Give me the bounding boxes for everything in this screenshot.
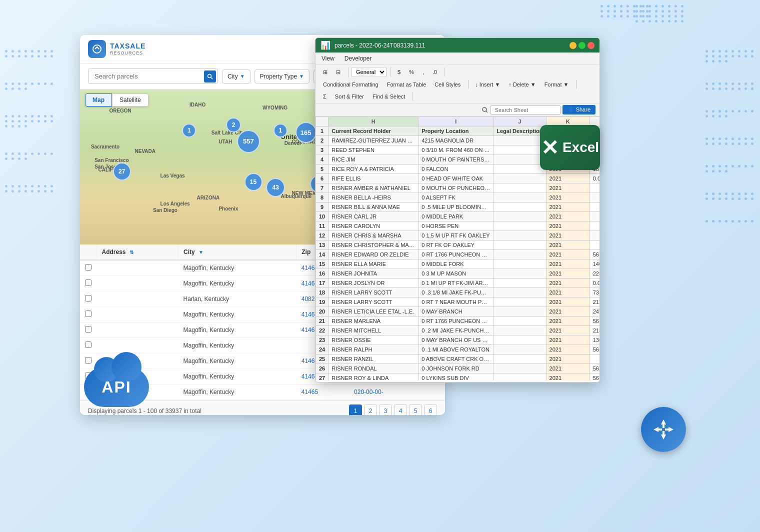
row-checkbox[interactable] xyxy=(85,342,92,348)
excel-cell-l[interactable]: 140.80 xyxy=(590,260,600,269)
excel-cell-j[interactable] xyxy=(494,354,546,364)
excel-cell-j[interactable] xyxy=(494,269,546,278)
excel-sum-btn[interactable]: Σ xyxy=(320,92,330,101)
excel-decimal-inc-btn[interactable]: .0 xyxy=(429,68,440,76)
cluster-1-top[interactable]: 1 xyxy=(182,124,196,138)
excel-cell-h[interactable]: RISNER ELLA MARIE xyxy=(328,260,418,269)
excel-cell-h[interactable]: RAMIREZ-GUTIERREZ JUAN MANUEL OR R xyxy=(328,136,418,146)
excel-cell-l[interactable] xyxy=(590,202,600,212)
cluster-1-mid[interactable]: 1 xyxy=(274,124,288,138)
excel-page-view-btn[interactable]: ⊟ xyxy=(332,68,344,77)
excel-cell-l[interactable] xyxy=(590,193,600,202)
excel-cell-l[interactable] xyxy=(590,212,600,222)
row-checkbox[interactable] xyxy=(85,264,92,270)
excel-percent-btn[interactable]: % xyxy=(406,68,418,76)
excel-cell-i[interactable]: 0 1 MI UP RT FK-JIM ARNETT xyxy=(418,278,494,288)
excel-cell-h[interactable]: RISNER CHRISTOPHER & MARSHA xyxy=(328,240,418,250)
excel-cell-i[interactable]: 0 .1 MI ABOVE ROYALTON xyxy=(418,345,494,354)
excel-cell-j[interactable] xyxy=(494,364,546,374)
excel-th-j[interactable]: J xyxy=(494,117,546,126)
row-checkbox[interactable] xyxy=(85,357,92,364)
excel-cell-l[interactable]: 56.44 xyxy=(590,345,600,354)
excel-insert-btn[interactable]: ↓ Insert ▼ xyxy=(472,80,504,89)
excel-cell-h[interactable]: RICE ROY A & PATRICIA xyxy=(328,164,418,174)
excel-cell-i[interactable]: 0 ABOVE CRAFT CRK ON 30 xyxy=(418,354,494,364)
excel-cell-h[interactable]: RISNER CARL JR xyxy=(328,212,418,222)
excel-th-i[interactable]: I xyxy=(418,117,494,126)
excel-cell-i[interactable]: 0 HORSE PEN xyxy=(418,222,494,231)
excel-cell-l[interactable]: 56.44 xyxy=(590,374,600,381)
excel-cell-h[interactable]: RISNER JOSLYN OR xyxy=(328,278,418,288)
excel-cell-i[interactable]: 0 1.5 M UP RT FK OAKLEY xyxy=(418,231,494,240)
excel-cell-i[interactable]: 0 RT 1766 PUNCHEON CR RD xyxy=(418,250,494,260)
excel-cell-k[interactable]: 2021 xyxy=(546,336,590,345)
excel-cell-j[interactable] xyxy=(494,307,546,316)
excel-cell-j[interactable] xyxy=(494,164,546,174)
satellite-view-btn[interactable]: Satellite xyxy=(112,94,148,106)
excel-cell-j[interactable] xyxy=(494,240,546,250)
excel-normal-view-btn[interactable]: ⊞ xyxy=(320,68,331,77)
page-btn-4[interactable]: 4 xyxy=(394,404,407,415)
excel-cell-k[interactable]: 2021 xyxy=(546,260,590,269)
excel-cell-k[interactable]: 2021 xyxy=(546,222,590,231)
page-btn-3[interactable]: 3 xyxy=(379,404,392,415)
excel-cell-l[interactable]: 56.16 xyxy=(590,364,600,374)
page-btn-6[interactable]: 6 xyxy=(424,404,437,415)
excel-cell-i[interactable]: 0 RT FK OF OAKLEY xyxy=(418,240,494,250)
excel-th-h[interactable]: H xyxy=(328,117,418,126)
excel-cell-h[interactable]: RICE JIM xyxy=(328,155,418,164)
excel-cell-l[interactable]: 73.89 xyxy=(590,288,600,298)
excel-cell-h[interactable]: RISNER JOHNITA xyxy=(328,269,418,278)
excel-cell-i[interactable]: 0 3/10 M. FROM 460 ON 134 xyxy=(418,146,494,155)
excel-format-btn[interactable]: Format ▼ xyxy=(541,80,572,89)
excel-cell-k[interactable]: 2021 xyxy=(546,174,590,184)
excel-cell-h[interactable]: RISNER LARRY SCOTT xyxy=(328,288,418,298)
excel-cell-i[interactable]: 0 MOUTH OF PAINTERS LICK 00000 xyxy=(418,155,494,164)
excel-cell-l[interactable] xyxy=(590,354,600,364)
excel-cell-k[interactable]: 2021 xyxy=(546,316,590,326)
excel-cell-j[interactable] xyxy=(494,184,546,193)
cluster-15[interactable]: 15 xyxy=(244,173,262,191)
excel-cell-j[interactable] xyxy=(494,193,546,202)
page-btn-2[interactable]: 2 xyxy=(364,404,377,415)
excel-cell-h[interactable]: RISNER MARLENA xyxy=(328,316,418,326)
excel-cell-i[interactable]: 0 LYKINS SUB DIV xyxy=(418,374,494,381)
excel-comma-btn[interactable]: , xyxy=(419,68,428,76)
excel-cell-i[interactable]: 0 .2 MI JAKE FK-PUNCHEON 00000 xyxy=(418,326,494,336)
row-checkbox[interactable] xyxy=(85,326,92,332)
excel-cell-k[interactable]: 2021 xyxy=(546,231,590,240)
excel-cell-j[interactable] xyxy=(494,260,546,269)
excel-cell-j[interactable] xyxy=(494,212,546,222)
excel-cell-h[interactable]: Current Record Holder xyxy=(328,126,418,136)
excel-share-button[interactable]: 👤 Share xyxy=(562,105,596,114)
excel-cell-k[interactable]: 2021 xyxy=(546,288,590,298)
excel-cell-styles-btn[interactable]: Cell Styles xyxy=(431,80,464,89)
excel-cell-j[interactable] xyxy=(494,316,546,326)
excel-cell-i[interactable]: 0 3 M UP MASON xyxy=(418,269,494,278)
excel-cell-j[interactable] xyxy=(494,146,546,155)
excel-menu-view[interactable]: View xyxy=(320,54,336,63)
excel-cell-l[interactable] xyxy=(590,222,600,231)
excel-cell-j[interactable] xyxy=(494,202,546,212)
excel-cell-h[interactable]: RISNER CAROLYN xyxy=(328,222,418,231)
excel-maximize-btn[interactable] xyxy=(578,42,586,49)
excel-cell-l[interactable]: 247.34 xyxy=(590,307,600,316)
excel-cell-l[interactable] xyxy=(590,240,600,250)
excel-cell-j[interactable] xyxy=(494,336,546,345)
row-checkbox[interactable] xyxy=(85,310,92,317)
excel-cell-i[interactable]: 0 JOHNSON FORK RD xyxy=(418,364,494,374)
excel-cell-i[interactable]: 0 HEAD OF WHITE OAK xyxy=(418,174,494,184)
excel-cell-i[interactable]: Property Location xyxy=(418,126,494,136)
excel-cell-k[interactable]: 2021 xyxy=(546,278,590,288)
excel-cell-k[interactable]: 2021 xyxy=(546,193,590,202)
cluster-2[interactable]: 2 xyxy=(226,118,241,132)
row-checkbox[interactable] xyxy=(85,280,92,286)
excel-cell-j[interactable] xyxy=(494,278,546,288)
excel-cell-i[interactable]: 0 FALCON xyxy=(418,164,494,174)
excel-conditional-btn[interactable]: Conditional Formatting xyxy=(320,80,382,89)
excel-cell-j[interactable]: Legal Description xyxy=(494,126,546,136)
search-input[interactable] xyxy=(88,68,218,84)
excel-cell-l[interactable]: 223.93 xyxy=(590,269,600,278)
excel-cell-l[interactable]: 0.00 xyxy=(590,278,600,288)
excel-cell-j[interactable] xyxy=(494,136,546,146)
